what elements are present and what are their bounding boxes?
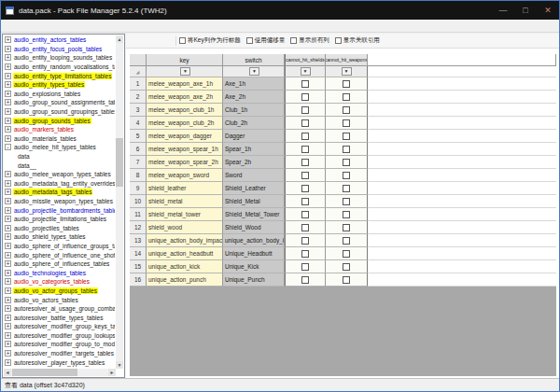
tree-child-item[interactable]: data__ — [17, 161, 115, 170]
cell-cannot-hit-shields[interactable] — [285, 77, 326, 91]
checkbox-icon[interactable] — [301, 133, 309, 140]
cell-cannot-hit-shields[interactable] — [285, 182, 326, 195]
scrollbar-thumb[interactable] — [12, 369, 77, 376]
tree-item[interactable]: + audio_melee_weapon_types_tables — [5, 170, 115, 179]
tree-item[interactable]: + audio_vo_categories_tables — [5, 277, 115, 287]
expand-icon[interactable]: + — [5, 180, 11, 187]
cell-key[interactable]: melee_weapon_club_1h — [147, 104, 223, 117]
toolbar-checkbox[interactable]: 将Key列作为行标题 — [179, 36, 241, 45]
expand-icon[interactable]: + — [5, 73, 11, 79]
column-header-cannot-hit-weapons[interactable]: cannot_hit_weapons — [326, 54, 368, 66]
checkbox-icon[interactable] — [343, 263, 350, 271]
expand-icon[interactable]: + — [5, 260, 11, 267]
row-number[interactable]: 16 — [130, 273, 147, 287]
row-number[interactable]: 2 — [130, 91, 147, 104]
checkbox-icon[interactable] — [301, 146, 309, 153]
expand-icon[interactable]: + — [5, 278, 11, 285]
cell-key[interactable]: unique_action_headbutt — [147, 247, 223, 260]
tree-child-item[interactable]: data — [17, 152, 115, 161]
minimize-button[interactable]: — — [492, 1, 514, 20]
expand-icon[interactable]: + — [5, 359, 11, 366]
tree-item[interactable]: + autoresolver_modifier_targets_tables — [5, 349, 115, 358]
checkbox-icon[interactable] — [343, 172, 350, 179]
cell-cannot-hit-weapons[interactable] — [326, 273, 368, 287]
tree-item[interactable]: - audio_melee_hit_types_tables — [5, 143, 115, 152]
tree-item[interactable]: + audio_markers_tables — [5, 125, 115, 134]
row-number[interactable]: 14 — [130, 247, 147, 260]
cell-cannot-hit-weapons[interactable] — [326, 195, 368, 208]
checkbox-icon[interactable] — [343, 211, 350, 218]
cell-key[interactable]: melee_weapon_club_2h — [147, 117, 223, 130]
cell-cannot-hit-weapons[interactable] — [326, 260, 368, 273]
expand-icon[interactable]: + — [5, 315, 11, 321]
row-number[interactable]: 4 — [130, 117, 147, 130]
scroll-left-icon[interactable]: ◄ — [4, 369, 11, 376]
expand-icon[interactable]: - — [5, 144, 11, 150]
tree-item[interactable]: + audio_group_sound_assignments_tables — [5, 98, 115, 107]
cell-cannot-hit-weapons[interactable] — [326, 130, 368, 143]
cell-switch[interactable]: Shield_Metal_Tower — [223, 208, 285, 221]
expand-icon[interactable]: + — [5, 54, 11, 61]
checkbox-icon[interactable] — [343, 198, 350, 205]
cell-cannot-hit-shields[interactable] — [285, 234, 326, 247]
cell-switch[interactable]: Axe_1h — [223, 77, 285, 91]
checkbox-icon[interactable] — [301, 172, 309, 179]
checkbox-icon[interactable] — [343, 185, 350, 192]
tree-item[interactable]: + audio_entity_random_vocalisations_tabl… — [5, 63, 115, 72]
checkbox-icon[interactable] — [301, 119, 309, 127]
checkbox-icon[interactable] — [301, 224, 309, 231]
tree-item[interactable]: + audio_entity_looping_sounds_tables — [5, 53, 115, 63]
cell-cannot-hit-shields[interactable] — [285, 104, 326, 117]
checkbox-icon[interactable] — [343, 237, 350, 245]
tree-item[interactable]: + audio_explosions_tables — [5, 90, 115, 99]
cell-key[interactable]: shield_wood — [147, 221, 223, 234]
tree-item[interactable]: + audio_sphere_of_influence_one_shots_ta… — [5, 250, 115, 259]
cell-key[interactable]: melee_weapon_sword — [147, 169, 223, 182]
scroll-right-icon[interactable]: ► — [108, 369, 116, 376]
cell-cannot-hit-weapons[interactable] — [326, 208, 368, 221]
cell-cannot-hit-weapons[interactable] — [326, 169, 368, 182]
cell-cannot-hit-weapons[interactable] — [326, 247, 368, 260]
cell-cannot-hit-shields[interactable] — [285, 221, 326, 234]
checkbox-icon[interactable] — [343, 106, 350, 114]
cell-cannot-hit-shields[interactable] — [285, 169, 326, 182]
checkbox-icon[interactable] — [301, 250, 309, 258]
expand-icon[interactable]: + — [5, 171, 11, 177]
checkbox-icon[interactable] — [301, 198, 309, 205]
tree-item[interactable]: + audio_entity_type_limitations_tables — [5, 71, 115, 80]
cell-cannot-hit-shields[interactable] — [285, 156, 326, 169]
tree-item[interactable]: + audio_projectile_bombardments_tables — [5, 205, 115, 215]
checkbox-icon[interactable] — [343, 276, 350, 284]
tree-item[interactable]: + autoresolver_modifier_group_lookups_ta… — [5, 331, 115, 341]
tree-item[interactable]: + autoresolver_ai_usage_group_combat_pot… — [5, 304, 115, 314]
tree-horizontal-scrollbar[interactable]: ◄ ► — [4, 369, 116, 376]
tree-item[interactable]: + audio_group_sounds_tables — [5, 116, 115, 125]
row-number[interactable]: 3 — [130, 104, 147, 117]
cell-switch[interactable]: Sword — [223, 169, 285, 182]
cell-cannot-hit-shields[interactable] — [285, 195, 326, 208]
checkbox-icon[interactable] — [335, 37, 342, 44]
cell-switch[interactable]: Axe_2h — [223, 91, 285, 104]
expand-icon[interactable]: + — [5, 126, 11, 133]
expand-icon[interactable]: + — [5, 323, 11, 329]
close-button[interactable]: ✕ — [537, 1, 559, 20]
checkbox-icon[interactable] — [301, 106, 309, 114]
cell-key[interactable]: melee_weapon_dagger — [147, 130, 223, 143]
tree-item[interactable]: + audio_projectile_limitations_tables — [5, 215, 115, 224]
toolbar-checkbox[interactable]: 显示关联引用 — [335, 36, 380, 45]
cell-key[interactable]: melee_weapon_spear_1h — [147, 143, 223, 156]
cell-key[interactable]: melee_weapon_axe_2h — [147, 91, 223, 104]
tree-item[interactable]: + autoresolver_modifier_group_to_modifie… — [5, 340, 115, 349]
tree-item[interactable]: + autoresolver_battle_types_tables — [5, 313, 115, 322]
checkbox-icon[interactable] — [301, 263, 309, 271]
column-header-switch[interactable]: switch — [223, 54, 285, 66]
cell-switch[interactable]: Spear_2h — [223, 156, 285, 169]
checkbox-icon[interactable] — [301, 237, 309, 245]
tree-item[interactable]: + autoresolver_modifier_group_keys_table… — [5, 322, 115, 331]
filter-dropdown-icon[interactable]: ▼ — [180, 67, 190, 76]
filter-dropdown-icon[interactable]: ▼ — [249, 67, 259, 76]
cell-switch[interactable]: Shield_Wood — [223, 221, 285, 234]
row-number[interactable]: 5 — [130, 130, 147, 143]
cell-key[interactable]: unique_action_kick — [147, 260, 223, 273]
cell-switch[interactable]: Shield_Leather — [223, 182, 285, 195]
